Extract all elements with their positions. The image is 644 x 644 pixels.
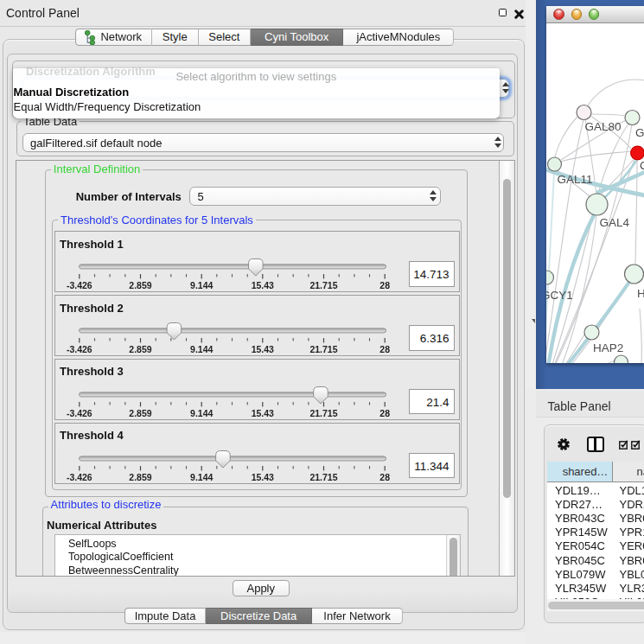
svg-text:-3.426: -3.426	[67, 407, 92, 418]
svg-text:GCY1: GCY1	[546, 289, 573, 302]
svg-text:28: 28	[379, 471, 390, 481]
svg-text:9.144: 9.144	[190, 344, 213, 354]
svg-text:GAL80: GAL80	[584, 120, 621, 133]
svg-text:15.43: 15.43	[252, 407, 274, 418]
svg-text:HAP2: HAP2	[593, 341, 623, 354]
svg-text:21.715: 21.715	[309, 280, 337, 290]
svg-text:GAL11: GAL11	[557, 173, 592, 186]
svg-text:GA: GA	[635, 126, 644, 139]
svg-text:15.43: 15.43	[252, 471, 274, 481]
svg-text:9.144: 9.144	[190, 471, 213, 481]
svg-text:-3.426: -3.426	[67, 471, 92, 481]
svg-text:-3.426: -3.426	[67, 280, 92, 290]
svg-text:C: C	[640, 159, 644, 172]
svg-text:-3.426: -3.426	[67, 344, 92, 354]
svg-text:15.43: 15.43	[252, 344, 274, 354]
svg-text:28: 28	[379, 407, 390, 418]
svg-text:15.43: 15.43	[252, 280, 274, 290]
svg-text:2.859: 2.859	[129, 471, 151, 481]
svg-text:28: 28	[379, 344, 390, 354]
svg-text:2.859: 2.859	[129, 344, 151, 354]
svg-text:9.144: 9.144	[190, 280, 213, 290]
svg-text:21.715: 21.715	[309, 407, 337, 418]
svg-text:GAL4: GAL4	[599, 216, 629, 229]
svg-text:H: H	[637, 287, 644, 300]
svg-text:28: 28	[379, 280, 390, 290]
svg-text:9.144: 9.144	[190, 407, 213, 418]
svg-text:2.859: 2.859	[129, 280, 151, 290]
svg-text:2.859: 2.859	[129, 407, 151, 418]
svg-text:21.715: 21.715	[309, 471, 337, 481]
svg-text:21.715: 21.715	[309, 344, 337, 354]
